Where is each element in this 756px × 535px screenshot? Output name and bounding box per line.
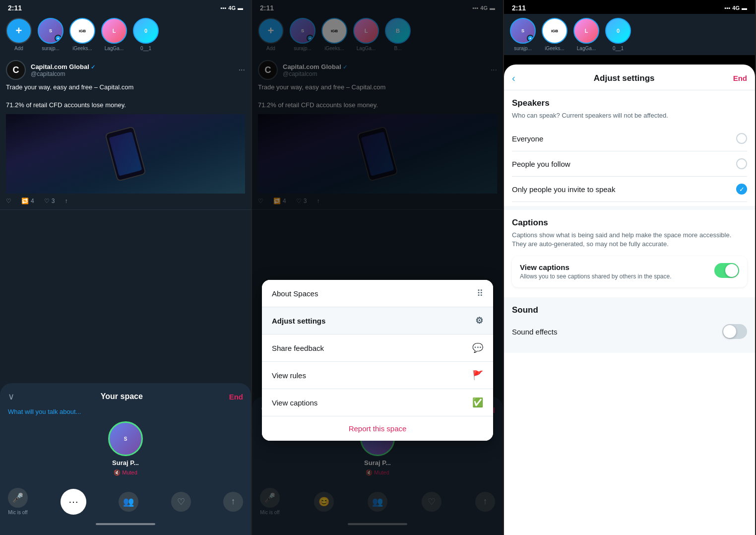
share-icon[interactable]: ↑ bbox=[223, 492, 243, 512]
captions-description: Captions show what is being said and hel… bbox=[512, 231, 747, 249]
story-label-01: 0__1 bbox=[140, 46, 151, 51]
chevron-down-icon[interactable]: ∨ bbox=[8, 391, 14, 402]
about-spaces-label: About Spaces bbox=[272, 289, 318, 298]
story3-suraj[interactable]: S + surajp... bbox=[510, 18, 536, 51]
space-header: ∨ Your space End bbox=[8, 391, 243, 402]
sound-effects-label: Sound effects bbox=[512, 328, 557, 336]
story3-lagga-label: LagGa... bbox=[577, 46, 596, 51]
stories-row-3: S + surajp... iGB iGeeks... L LagGa... 0… bbox=[504, 14, 755, 55]
more-icon[interactable]: ⋯ bbox=[61, 489, 86, 515]
people-control[interactable]: 👥 bbox=[119, 492, 138, 512]
tweet-user-1: Capital.com Global ✓ @capitalcom bbox=[31, 63, 234, 77]
story3-igeeks[interactable]: iGB iGeeks... bbox=[542, 18, 567, 51]
story-avatar-igeeks[interactable]: iGB bbox=[69, 18, 95, 44]
radio-invite-label: Only people you invite to speak bbox=[512, 185, 615, 194]
story3-lagga[interactable]: L LagGa... bbox=[573, 18, 599, 51]
rules-icon: 🚩 bbox=[472, 370, 483, 381]
sound-effects-row: Sound effects bbox=[512, 318, 747, 345]
story-avatar-lagga[interactable]: L bbox=[101, 18, 127, 44]
story-label-igeeks: iGeeks... bbox=[72, 46, 92, 51]
dropdown-adjust-settings[interactable]: Adjust settings ⚙ bbox=[262, 307, 493, 334]
dropdown-share-feedback[interactable]: Share feedback 💬 bbox=[262, 334, 493, 362]
heart-control[interactable]: ♡ bbox=[171, 492, 191, 512]
radio-everyone-circle bbox=[736, 133, 747, 144]
home-indicator-1 bbox=[96, 523, 155, 525]
sound-effects-toggle[interactable] bbox=[722, 324, 747, 339]
story-badge-suraj: + bbox=[55, 35, 62, 42]
dropdown-view-rules[interactable]: View rules 🚩 bbox=[262, 362, 493, 389]
mic-icon[interactable]: 🎤 bbox=[8, 488, 28, 508]
captions-heading: Captions bbox=[512, 218, 747, 228]
radio-everyone[interactable]: Everyone bbox=[512, 126, 747, 151]
host-muted-label: 🔇 Muted bbox=[114, 469, 137, 476]
people-icon[interactable]: 👥 bbox=[119, 492, 138, 512]
radio-invite-only[interactable]: Only people you invite to speak ✓ bbox=[512, 177, 747, 202]
radio-invite-check: ✓ bbox=[736, 184, 747, 195]
story-lagga[interactable]: L LagGa... bbox=[101, 18, 127, 51]
tweet-header-1: C Capital.com Global ✓ @capitalcom ··· bbox=[6, 60, 245, 80]
story-add[interactable]: + Add bbox=[6, 18, 32, 51]
status-icons-3: ▪▪▪ 4G ▬ bbox=[725, 5, 747, 11]
mic-label: Mic is off bbox=[8, 510, 27, 515]
tweet-heart-1[interactable]: ♡3 bbox=[44, 198, 55, 204]
sound-heading: Sound bbox=[512, 305, 747, 315]
host-avatar: S bbox=[108, 421, 143, 456]
report-space-label: Report this space bbox=[349, 424, 407, 433]
view-captions-label: View captions bbox=[272, 399, 317, 407]
settings-header: ‹ Adjust settings End bbox=[504, 65, 755, 90]
story3-01[interactable]: 0 0__1 bbox=[605, 18, 631, 51]
space-subtitle[interactable]: What will you talk about... bbox=[8, 408, 243, 415]
story3-01-avatar[interactable]: 0 bbox=[605, 18, 631, 44]
network-label-3: 4G bbox=[732, 5, 740, 11]
network-label-1: 4G bbox=[228, 5, 236, 11]
dropdown-about-spaces[interactable]: About Spaces ⠿ bbox=[262, 280, 493, 307]
space-title: Your space bbox=[101, 392, 143, 401]
radio-people-follow[interactable]: People you follow bbox=[512, 151, 747, 177]
settings-panel: ‹ Adjust settings End Speakers Who can s… bbox=[504, 65, 755, 535]
more-control[interactable]: ⋯ bbox=[61, 489, 86, 515]
gear-icon: ⚙ bbox=[475, 315, 483, 326]
time-1: 2:11 bbox=[8, 4, 22, 12]
feedback-icon: 💬 bbox=[472, 342, 483, 353]
panel-3: 2:11 ▪▪▪ 4G ▬ S + surajp... iGB iGeeks..… bbox=[504, 0, 756, 535]
status-bar-1: 2:11 ▪▪▪ 4G ▬ bbox=[0, 0, 251, 14]
mic-control[interactable]: 🎤 Mic is off bbox=[8, 488, 28, 515]
signal-icon-3: ▪▪▪ bbox=[725, 5, 731, 11]
space-controls: 🎤 Mic is off ⋯ 👥 ♡ ↑ bbox=[8, 484, 243, 519]
tweet-image-1 bbox=[6, 114, 245, 194]
dim-overlay bbox=[252, 0, 503, 535]
tweet-more-icon[interactable]: ··· bbox=[239, 66, 245, 74]
story3-suraj-avatar[interactable]: S + bbox=[510, 18, 536, 44]
story-avatar-01[interactable]: 0 bbox=[133, 18, 159, 44]
space-bottom-panel: ∨ Your space End What will you talk abou… bbox=[0, 383, 251, 535]
radio-everyone-label: Everyone bbox=[512, 134, 543, 143]
back-button[interactable]: ‹ bbox=[512, 72, 515, 84]
story3-01-label: 0__1 bbox=[613, 46, 624, 51]
share-control[interactable]: ↑ bbox=[223, 492, 243, 512]
captions-section: Captions Captions show what is being sai… bbox=[504, 206, 755, 297]
view-captions-toggle-row: View captions Allows you to see captions… bbox=[512, 256, 747, 288]
tweet-retweet-1[interactable]: 🔁4 bbox=[21, 198, 34, 204]
toggle-captions-label: View captions bbox=[520, 263, 672, 271]
tweet-avatar-1: C bbox=[6, 60, 26, 80]
phone-image-decoration bbox=[105, 126, 146, 182]
story-suraj[interactable]: S + surajp... bbox=[38, 18, 63, 51]
tweet-like-1[interactable]: ♡ bbox=[6, 198, 11, 204]
captions-toggle-switch[interactable] bbox=[714, 263, 739, 278]
tweet-share-1[interactable]: ↑ bbox=[64, 198, 67, 204]
dropdown-view-captions[interactable]: View captions ✅ bbox=[262, 389, 493, 416]
story3-igeeks-avatar[interactable]: iGB bbox=[542, 18, 567, 44]
heart-icon[interactable]: ♡ bbox=[171, 492, 191, 512]
toggle-text: View captions Allows you to see captions… bbox=[520, 263, 672, 281]
dropdown-report-space[interactable]: Report this space bbox=[262, 416, 493, 441]
time-3: 2:11 bbox=[512, 4, 526, 12]
story-01[interactable]: 0 0__1 bbox=[133, 18, 159, 51]
settings-end-button[interactable]: End bbox=[733, 74, 747, 82]
sound-section: Sound Sound effects bbox=[504, 297, 755, 353]
story-igeeks[interactable]: iGB iGeeks... bbox=[69, 18, 95, 51]
add-avatar[interactable]: + bbox=[6, 18, 32, 44]
tweet-card-1: C Capital.com Global ✓ @capitalcom ··· T… bbox=[0, 55, 251, 210]
story-avatar-suraj[interactable]: S + bbox=[38, 18, 63, 44]
end-button[interactable]: End bbox=[229, 393, 243, 401]
story3-lagga-avatar[interactable]: L bbox=[573, 18, 599, 44]
